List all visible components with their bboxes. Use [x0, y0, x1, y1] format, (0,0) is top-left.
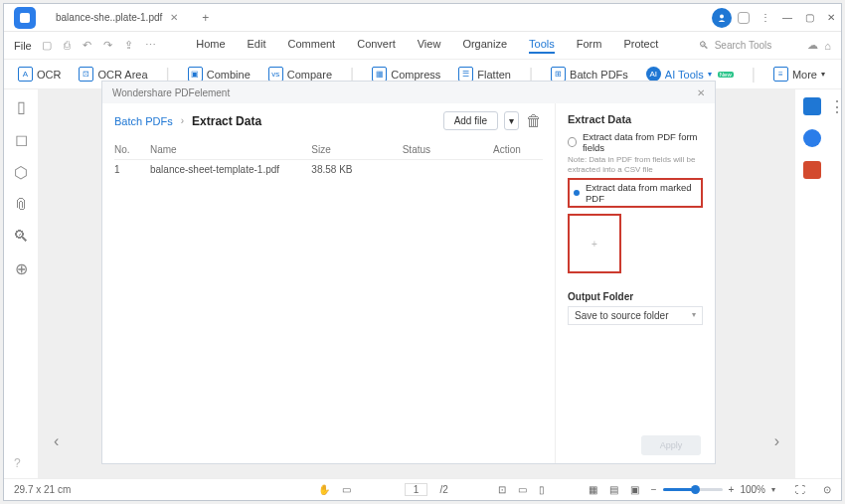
col-name: Name — [150, 144, 311, 155]
kebab-menu-icon[interactable]: ⋮ — [756, 8, 775, 28]
options-icon[interactable]: ⊕ — [15, 259, 28, 278]
fullscreen-icon[interactable]: ⛶ — [795, 484, 805, 495]
menubar: File ▢ ⎙ ↶ ↷ ⇪ ⋯ Home Edit Comment Conve… — [4, 32, 841, 60]
combine-button[interactable]: ▣Combine — [188, 67, 251, 82]
search-tools[interactable]: 🔍︎ Search Tools — [699, 40, 772, 51]
cloud-icon[interactable]: ☁ — [807, 39, 818, 52]
col-no: No. — [114, 144, 150, 155]
flatten-button[interactable]: ☰Flatten — [458, 67, 511, 82]
zoom-in-icon[interactable]: + — [729, 484, 735, 495]
menu-convert[interactable]: Convert — [357, 38, 396, 54]
add-file-button[interactable]: Add file — [443, 111, 498, 130]
option-form-fields[interactable]: Extract data from PDF form fields — [568, 131, 703, 153]
add-area-button[interactable]: + — [568, 214, 621, 273]
more-icon: ≡ — [773, 67, 788, 82]
crumb-root[interactable]: Batch PDFs — [114, 115, 173, 127]
table-row[interactable]: 1 balance-sheet-template-1.pdf 38.58 KB — [114, 160, 543, 179]
menu-form[interactable]: Form — [577, 38, 602, 54]
maximize-icon[interactable]: ▢ — [799, 8, 819, 28]
page-icon[interactable]: ▯ — [17, 97, 26, 116]
breadcrumb: Batch PDFs › Extract Data Add file ▾ 🗑︎ — [114, 111, 543, 130]
document-tab[interactable]: balance-she..plate-1.pdf ✕ — [46, 7, 188, 29]
home-icon[interactable]: ⌂ — [824, 40, 831, 52]
minimize-icon[interactable]: — — [777, 8, 797, 28]
close-tab-icon[interactable]: ✕ — [170, 12, 178, 23]
undo-icon[interactable]: ↶ — [83, 39, 91, 52]
file-menu[interactable]: File — [14, 40, 32, 52]
view-mode-3[interactable]: ▣ — [630, 484, 639, 495]
new-tab-icon[interactable]: + — [202, 11, 209, 25]
chevron-right-icon: › — [181, 115, 184, 126]
more-quick-icon[interactable]: ⋯ — [145, 39, 156, 52]
output-folder-select[interactable]: Save to source folder ▾ — [568, 306, 703, 325]
save-icon[interactable]: ▢ — [42, 39, 52, 52]
zoom-out-icon[interactable]: − — [651, 484, 657, 495]
fit-icon-1[interactable]: ⊡ — [498, 484, 506, 495]
view-mode-1[interactable]: ▦ — [589, 484, 597, 495]
output-folder-value: Save to source folder — [575, 310, 669, 321]
compare-button[interactable]: vsCompare — [268, 67, 332, 82]
panel-icon-1[interactable] — [803, 97, 821, 115]
panel-icon-3[interactable] — [803, 161, 821, 179]
main-menu: Home Edit Comment Convert View Organize … — [196, 38, 658, 54]
bookmark-icon[interactable]: ◻ — [15, 130, 28, 149]
add-file-dropdown[interactable]: ▾ — [504, 111, 519, 130]
next-page-icon[interactable]: › — [774, 432, 779, 450]
status-bar: 29.7 x 21 cm ✋ ▭ 1 /2 ⊡ ▭ ▯ ▦ ▤ ▣ − + 10… — [4, 478, 841, 500]
attachment-icon[interactable]: 📎︎ — [13, 196, 29, 214]
page-input[interactable]: 1 — [405, 483, 428, 496]
redo-icon[interactable]: ↷ — [103, 39, 112, 52]
modal-body: Batch PDFs › Extract Data Add file ▾ 🗑︎ … — [102, 103, 715, 463]
search-icon: 🔍︎ — [699, 40, 709, 51]
file-list-pane: Batch PDFs › Extract Data Add file ▾ 🗑︎ … — [102, 103, 555, 463]
menu-home[interactable]: Home — [196, 38, 225, 54]
options-pane: Extract Data Extract data from PDF form … — [556, 103, 715, 463]
settings-rail[interactable]: ⋮⋮ — [829, 89, 841, 478]
chevron-down-icon[interactable]: ▾ — [771, 485, 775, 494]
user-avatar-icon[interactable] — [712, 8, 732, 28]
batch-button[interactable]: ⊞Batch PDFs — [551, 67, 628, 82]
delete-icon[interactable]: 🗑︎ — [525, 112, 543, 130]
fit-icon-3[interactable]: ▯ — [539, 484, 545, 495]
apply-button[interactable]: Apply — [641, 435, 701, 455]
menu-organize[interactable]: Organize — [462, 38, 507, 54]
fit-icon-2[interactable]: ▭ — [518, 484, 527, 495]
page-total: /2 — [439, 484, 447, 495]
ai-tools-button[interactable]: AIAI Tools▾New — [646, 67, 734, 82]
output-folder-heading: Output Folder — [568, 291, 703, 302]
col-action: Action — [493, 144, 543, 155]
search-label: Search Tools — [715, 40, 772, 51]
modal-close-icon[interactable]: ✕ — [697, 87, 705, 98]
tab-label: balance-she..plate-1.pdf — [56, 12, 162, 23]
compress-button[interactable]: ▦Compress — [372, 67, 440, 82]
option-marked-pdf[interactable]: Extract data from marked PDF — [574, 182, 697, 204]
select-tool-icon[interactable]: ▭ — [342, 484, 351, 495]
menu-edit[interactable]: Edit — [248, 38, 266, 54]
read-mode-icon[interactable]: ⊙ — [823, 484, 831, 495]
hand-tool-icon[interactable]: ✋ — [318, 484, 330, 495]
menu-tools[interactable]: Tools — [529, 38, 555, 54]
search-side-icon[interactable]: 🔍︎ — [13, 228, 29, 246]
close-window-icon[interactable]: ✕ — [821, 8, 841, 28]
shield-icon[interactable]: ⬡ — [14, 163, 28, 182]
print-icon[interactable]: ⎙ — [64, 39, 71, 52]
ocr-area-button[interactable]: ⊡OCR Area — [79, 67, 147, 82]
menu-protect[interactable]: Protect — [623, 38, 658, 54]
prev-page-icon[interactable]: ‹ — [54, 432, 59, 450]
col-status: Status — [403, 144, 493, 155]
col-size: Size — [311, 144, 402, 155]
view-mode-2[interactable]: ▤ — [609, 484, 618, 495]
panel-ai-icon[interactable] — [803, 129, 821, 147]
cell-action — [493, 164, 543, 175]
page-dimensions: 29.7 x 21 cm — [14, 484, 71, 495]
menu-view[interactable]: View — [418, 38, 441, 54]
menu-comment[interactable]: Comment — [288, 38, 336, 54]
help-icon[interactable]: ? — [14, 456, 21, 470]
chevron-down-icon: ▾ — [821, 70, 825, 79]
zoom-slider[interactable] — [663, 488, 723, 491]
ocr-button[interactable]: AOCR — [18, 67, 61, 82]
compare-icon: vs — [268, 67, 283, 82]
more-button[interactable]: ≡More▾ — [773, 67, 825, 82]
window-action-icon[interactable] — [734, 8, 754, 28]
share-icon[interactable]: ⇪ — [124, 39, 133, 52]
